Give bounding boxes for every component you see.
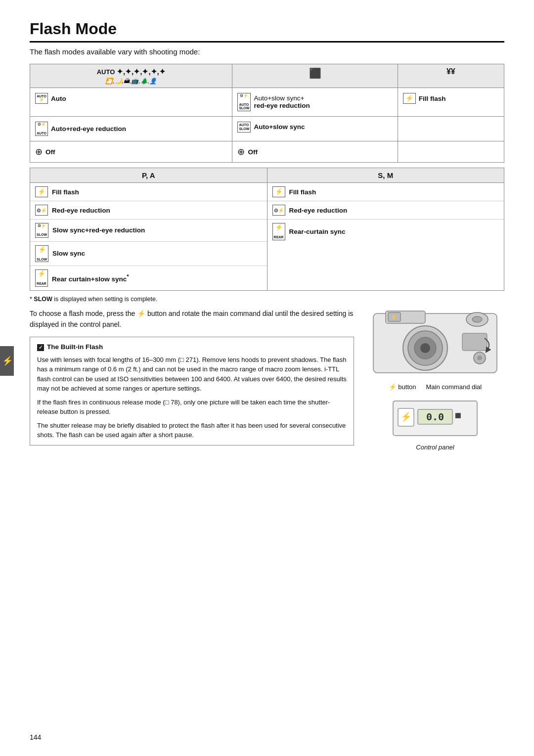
sm-column: S, M ⚡ Fill flash ⊙⚡ Red-eye reduction ⚡… <box>267 168 504 290</box>
flash-mode-table: AUTO ✦,✦,✦,✦,✦,✦ 🎦,🌙,🏔,📺,🌲,👤 ⬛ ¥¥ AUTO⚡ … <box>30 64 504 163</box>
pa-slow-red-eye: ⊙⚡SLOW Slow sync+red-eye reduction <box>30 220 267 241</box>
main-text: To choose a flash mode, press the ⚡ butt… <box>30 309 354 330</box>
pa-header: P, A <box>30 168 267 183</box>
pa-fill-flash: ⚡ Fill flash <box>30 183 267 201</box>
subtitle: The flash modes available vary with shoo… <box>30 47 504 56</box>
col-header-sport: ¥¥ <box>398 64 504 88</box>
notice-para-2: If the flash fires in continuous release… <box>37 398 347 417</box>
sport-row-2 <box>398 116 504 141</box>
notice-para-3: The shutter release may be briefly disab… <box>37 421 347 440</box>
content-right: ⚡ <box>366 309 504 451</box>
svg-point-12 <box>477 356 482 360</box>
pa-sm-section: P, A ⚡ Fill flash ⊙⚡ Red-eye reduction ⊙… <box>30 168 504 291</box>
diagram-labels: ⚡ button Main command dial <box>366 383 504 391</box>
pa-red-eye: ⊙⚡ Red-eye reduction <box>30 201 267 220</box>
notice-title: ✓ The Built-in Flash <box>37 342 347 352</box>
auto-row-3: ⊕ Off <box>30 141 232 163</box>
auto-row-1: AUTO⚡ Auto <box>30 88 232 117</box>
auto-row-2: ⊙⚡AUTO Auto+red-eye reduction <box>30 116 232 141</box>
pa-slow-sync: ⚡SLOW Slow sync <box>30 242 267 267</box>
sidebar-tab: ⚡ <box>0 346 14 376</box>
col-header-auto: AUTO ✦,✦,✦,✦,✦,✦ 🎦,🌙,🏔,📺,🌲,👤 <box>30 64 232 88</box>
svg-text:⚡: ⚡ <box>400 411 412 422</box>
sm-fill-flash: ⚡ Fill flash <box>267 183 504 201</box>
svg-text:⬛: ⬛ <box>455 412 461 419</box>
svg-point-5 <box>472 316 482 322</box>
footnote: * SLOW is displayed when setting is comp… <box>30 296 504 303</box>
svg-text:0.0: 0.0 <box>426 411 444 423</box>
sport-row-3 <box>398 141 504 163</box>
checkbox-icon: ✓ <box>37 344 44 351</box>
camera-diagram: ⚡ <box>371 309 499 379</box>
dial-label: Main command dial <box>426 383 482 391</box>
scene-row-2: AUTOSLOW Auto+slow sync <box>232 116 398 141</box>
col-header-scene: ⬛ <box>232 64 398 88</box>
sport-row-1: ⚡ Fill flash <box>398 88 504 117</box>
button-label: ⚡ button <box>389 383 416 391</box>
sm-red-eye: ⊙⚡ Red-eye reduction <box>267 201 504 220</box>
control-panel-label: Control panel <box>416 444 454 451</box>
pa-column: P, A ⚡ Fill flash ⊙⚡ Red-eye reduction ⊙… <box>30 168 267 290</box>
notice-para-1: Use with lenses with focal lengths of 16… <box>37 355 347 394</box>
sm-rear-curtain: ⚡REAR Rear-curtain sync <box>267 220 504 244</box>
page-title: Flash Mode <box>30 20 504 43</box>
scene-row-1: ⊙⚡AUTOSLOW Auto+slow sync+red-eye reduct… <box>232 88 398 117</box>
control-panel-diagram: ⚡ 0.0 ⬛ <box>391 399 480 440</box>
scene-row-3: ⊕ Off <box>232 141 398 163</box>
svg-rect-10 <box>462 333 487 351</box>
svg-point-9 <box>420 343 430 353</box>
content-left: To choose a flash mode, press the ⚡ butt… <box>30 309 354 451</box>
sm-header: S, M <box>267 168 504 183</box>
page-number: 144 <box>30 733 41 741</box>
svg-text:⚡: ⚡ <box>391 314 398 320</box>
notice-box: ✓ The Built-in Flash Use with lenses wit… <box>30 337 354 445</box>
content-row: To choose a flash mode, press the ⚡ butt… <box>30 309 504 451</box>
pa-rear-curtain: ⚡REAR Rear curtain+slow sync* <box>30 266 267 290</box>
